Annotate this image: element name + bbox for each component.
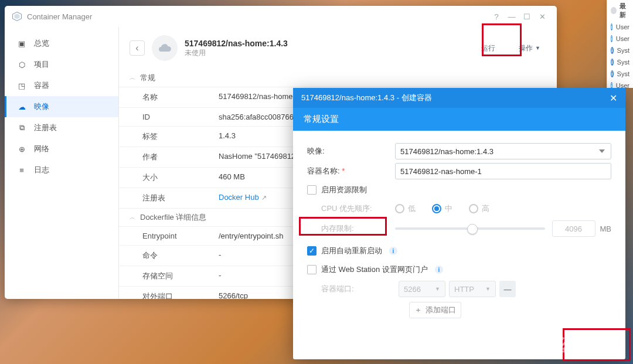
panel-item[interactable]: iSyst <box>607 56 633 68</box>
container-port-label: 容器端口: <box>307 284 395 294</box>
app-icon <box>12 11 22 22</box>
panel-item[interactable]: iUser <box>607 21 633 33</box>
sidebar-item-project[interactable]: ⬡项目 <box>5 54 118 75</box>
checkbox-label: 启用资源限制 <box>321 185 367 195</box>
image-title: 517469812/nas-home:1.4.3 <box>185 39 464 48</box>
image-select[interactable]: 517469812/nas-home:1.4.3 <box>395 143 611 159</box>
notifications-panel: 最新 iUser iUser iSyst iSyst iSyst iUser <box>607 0 633 88</box>
sidebar-item-container[interactable]: ◳容器 <box>5 75 118 96</box>
content-header: ‹ 517469812/nas-home:1.4.3 未使用 运行 操作▼ <box>119 27 557 69</box>
sidebar-item-label: 日志 <box>34 165 49 175</box>
checkbox-icon <box>307 185 316 195</box>
cpu-low-radio: 低 <box>395 203 416 214</box>
chevron-up-icon: ︿ <box>130 213 135 222</box>
svg-marker-1 <box>15 14 20 19</box>
dashboard-icon: ▣ <box>16 39 27 48</box>
cube-icon: ◳ <box>16 81 27 90</box>
sidebar-item-label: 注册表 <box>34 123 57 133</box>
panel-item[interactable]: iSyst <box>607 68 633 80</box>
sidebar-item-label: 映像 <box>34 101 49 112</box>
minimize-icon[interactable]: — <box>504 9 519 24</box>
memory-slider <box>395 227 545 230</box>
dialog-body: 映像: 517469812/nas-home:1.4.3 容器名称: 启用资源限… <box>293 131 625 359</box>
dialog-titlebar: 517469812/nas-home:1.4.3 - 创建容器 ✕ <box>293 88 625 108</box>
container-name-label: 容器名称: <box>307 166 395 176</box>
titlebar: Container Manager ? — ☐ ✕ <box>5 6 557 27</box>
registry-link[interactable]: Docker Hub↗ <box>219 193 267 202</box>
panel-item[interactable]: iUser <box>607 33 633 45</box>
image-label: 映像: <box>307 146 395 157</box>
container-name-input[interactable] <box>395 163 611 179</box>
port-number-select: 5266▼ <box>399 281 445 297</box>
cpu-priority-group: 低 中 高 <box>395 203 489 214</box>
sidebar-item-log[interactable]: ≡日志 <box>5 159 118 181</box>
globe-icon: ⊕ <box>16 145 27 154</box>
checkbox-label: 通过 Web Station 设置网页门户 <box>321 264 428 275</box>
sidebar-item-label: 网络 <box>34 144 49 154</box>
resource-limit-checkbox[interactable]: 启用资源限制 <box>307 185 611 195</box>
add-port-button: ＋ 添加端口 <box>409 302 461 318</box>
dialog-title: 517469812/nas-home:1.4.3 - 创建容器 <box>301 93 432 103</box>
run-button[interactable]: 运行 <box>471 40 506 56</box>
checkbox-icon <box>307 246 316 256</box>
external-link-icon: ↗ <box>261 194 267 201</box>
app-title: Container Manager <box>27 12 92 21</box>
registry-icon: ⧉ <box>16 123 27 132</box>
sidebar-item-overview[interactable]: ▣总览 <box>5 33 118 54</box>
panel-item[interactable]: iSyst <box>607 45 633 56</box>
maximize-icon[interactable]: ☐ <box>519 9 535 24</box>
memory-limit-label: 内存限制: <box>307 223 395 234</box>
chevron-down-icon: ▼ <box>535 45 540 51</box>
section-general[interactable]: ︿常规 <box>119 69 557 87</box>
close-icon[interactable]: ✕ <box>535 9 550 24</box>
sidebar-item-registry[interactable]: ⧉注册表 <box>5 117 118 138</box>
section-title: Dockerfile 详细信息 <box>140 212 206 223</box>
port-remove-button: — <box>499 281 516 297</box>
info-icon[interactable]: i <box>435 266 443 274</box>
auto-restart-checkbox[interactable]: 启用自动重新启动 i <box>307 246 611 256</box>
info-icon[interactable]: i <box>389 247 397 255</box>
chevron-up-icon: ︿ <box>130 74 135 82</box>
panel-header: 最新 <box>607 0 633 21</box>
sidebar-item-label: 项目 <box>34 59 49 70</box>
memory-value: 4096 <box>552 220 595 237</box>
port-proto-select: HTTP▼ <box>449 281 496 297</box>
watermark: 么值得买 <box>530 334 622 358</box>
create-container-dialog: 517469812/nas-home:1.4.3 - 创建容器 ✕ 常规设置 映… <box>293 88 625 359</box>
list-icon: ≡ <box>16 166 27 175</box>
web-station-checkbox[interactable]: 通过 Web Station 设置网页门户 i <box>307 264 611 275</box>
sidebar-item-label: 容器 <box>34 80 49 91</box>
cpu-priority-label: CPU 优先顺序: <box>307 203 395 214</box>
sidebar-item-network[interactable]: ⊕网络 <box>5 138 118 159</box>
checkbox-label: 启用自动重新启动 <box>321 246 382 256</box>
add-port-label: 添加端口 <box>426 305 456 315</box>
cloud-icon: ☁ <box>16 103 27 111</box>
image-status: 未使用 <box>185 48 464 58</box>
checkbox-icon <box>307 265 316 274</box>
plus-icon: ＋ <box>414 305 422 315</box>
sidebar-item-image[interactable]: ☁映像 <box>5 96 118 117</box>
sidebar-item-label: 总览 <box>34 38 49 49</box>
section-title: 常规 <box>140 73 155 83</box>
cpu-high-radio: 高 <box>469 203 489 214</box>
sidebar: ▣总览 ⬡项目 ◳容器 ☁映像 ⧉注册表 ⊕网络 ≡日志 <box>5 27 119 299</box>
dialog-close-button[interactable]: ✕ <box>610 93 617 104</box>
image-badge-icon <box>152 35 178 61</box>
help-icon[interactable]: ? <box>489 9 504 24</box>
actions-dropdown[interactable]: 操作▼ <box>513 40 546 56</box>
memory-unit: MB <box>600 224 612 233</box>
cpu-mid-radio: 中 <box>432 203 452 214</box>
dialog-subtitle: 常规设置 <box>293 108 625 131</box>
hexagon-icon: ⬡ <box>16 60 27 69</box>
actions-label: 操作 <box>519 43 533 53</box>
back-button[interactable]: ‹ <box>130 40 145 56</box>
